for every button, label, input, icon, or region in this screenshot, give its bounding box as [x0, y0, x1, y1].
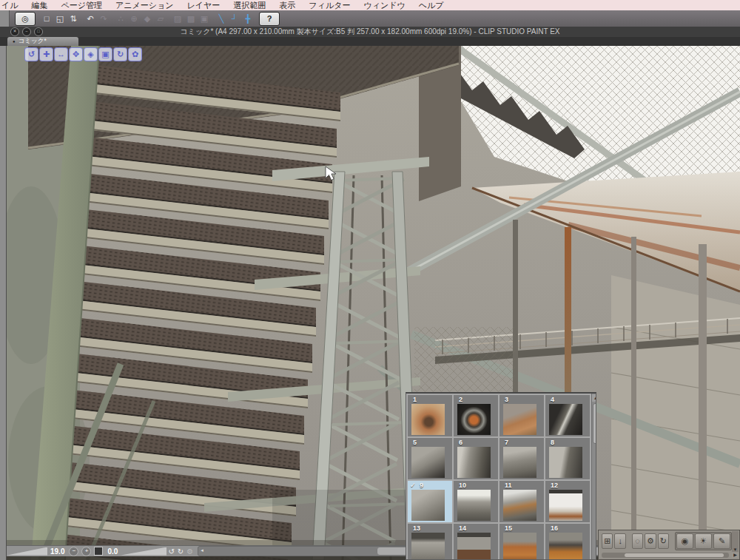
camera-orbit-icon[interactable]: ↺	[24, 47, 38, 61]
material-edit-icon[interactable]: ✎	[713, 533, 730, 549]
open-file-icon[interactable]: ◱	[54, 13, 66, 24]
document-title-bar: コミック* (A4 297.00 x 210.00mm 製本サイズ:B5 判 2…	[0, 27, 740, 38]
zoom-value: 19.0	[47, 547, 67, 556]
clip-studio-logo-button[interactable]: ◎	[15, 12, 36, 26]
new-document-icon[interactable]: □	[41, 13, 53, 24]
object-perspective-icon[interactable]: ▣	[98, 47, 112, 61]
3d-object-launcher: ↺ ✚ ↔ ✥ ◈ ▣ ↻ ✿	[24, 47, 142, 61]
snap-to-grid-icon[interactable]: ╋	[242, 13, 254, 24]
undo-icon[interactable]: ↶	[84, 13, 96, 24]
transform-icon[interactable]: ▱	[155, 13, 166, 24]
collapsed-palette-strip[interactable]	[0, 27, 7, 560]
tab-label: コミック*	[18, 37, 47, 46]
angle-preview	[457, 447, 491, 478]
angle-thumbnail-16[interactable]: 16	[545, 524, 590, 560]
menu-file[interactable]: イル	[0, 1, 25, 10]
light-icon[interactable]: ☀	[695, 533, 712, 549]
angle-thumbnail-1[interactable]: 1	[408, 395, 452, 436]
redo-icon[interactable]: ↷	[98, 13, 110, 24]
scrollbar-thumb[interactable]	[593, 403, 596, 444]
rotate-ccw-icon[interactable]: ↺	[168, 547, 174, 556]
selection-b-icon[interactable]: ▩	[185, 13, 197, 24]
angle-thumbnail-9-selected[interactable]: ✓9	[408, 481, 452, 522]
select-parts-icon[interactable]: ◌	[632, 533, 643, 549]
angle-preview	[457, 404, 491, 435]
rotate-reset-icon[interactable]: ↻	[658, 533, 669, 549]
render-mode-group: ◉ ☀ ✎	[675, 532, 732, 550]
menu-selection[interactable]: 選択範囲	[226, 1, 272, 10]
selection-c-icon[interactable]: ▣	[198, 13, 210, 24]
angle-thumbnail-5[interactable]: 5	[408, 438, 452, 479]
zoom-in-icon[interactable]: +	[81, 547, 91, 556]
zoom-slider[interactable]	[7, 547, 47, 556]
menu-help[interactable]: ヘルプ	[412, 1, 451, 10]
angle-thumbnail-7[interactable]: 7	[500, 438, 544, 479]
selection-a-icon[interactable]: ▨	[172, 13, 184, 24]
fit-view-icon[interactable]: ⊞	[602, 533, 613, 549]
document-title: コミック* (A4 297.00 x 210.00mm 製本サイズ:B5 判 2…	[0, 27, 740, 37]
scroll-down-icon[interactable]: ▼	[732, 547, 739, 552]
snap-to-special-ruler-icon[interactable]: ┘	[229, 13, 240, 24]
object-settings-icon[interactable]: ✿	[128, 47, 142, 61]
menu-window[interactable]: ウィンドウ	[357, 1, 411, 10]
scroll-up-icon[interactable]: ▲	[592, 394, 596, 402]
angle-thumbnail-11[interactable]: 11	[500, 481, 544, 522]
camera-pan-icon[interactable]: ✚	[39, 47, 53, 61]
angle-thumbnail-3[interactable]: 3	[500, 395, 544, 436]
canvas-tab-bar: ● コミック*	[0, 37, 740, 46]
angle-thumbnail-14[interactable]: 14	[454, 524, 498, 560]
3d-staircase-render	[6, 46, 740, 560]
tab-comic[interactable]: ● コミック*	[7, 37, 78, 46]
clip-studio-paint-window: { "menu": { "items": [ {"label": "イル"}, …	[0, 0, 740, 560]
texture-icon[interactable]: ◉	[676, 533, 693, 549]
scrollbar-thumb[interactable]	[625, 553, 724, 557]
angle-thumbnail-10[interactable]: 10	[454, 481, 498, 522]
fill-icon[interactable]: ◆	[141, 13, 153, 24]
menu-view[interactable]: 表示	[272, 1, 302, 10]
panel-vertical-scrollbar[interactable]: ▲	[591, 394, 596, 559]
drop-to-ground-icon[interactable]: ↓	[614, 533, 625, 549]
camera-dolly-icon[interactable]: ↔	[54, 47, 68, 61]
angle-preview	[549, 447, 582, 478]
zoom-out-icon[interactable]: −	[69, 547, 78, 556]
angle-thumbnail-13[interactable]: 13	[408, 524, 452, 560]
angle-thumbnail-15[interactable]: 15	[500, 524, 544, 560]
angle-preview	[503, 404, 536, 435]
menu-animation[interactable]: アニメーション	[109, 1, 181, 10]
scroll-right-icon[interactable]: ▶	[732, 553, 739, 558]
angle-preview	[503, 490, 536, 521]
menu-edit[interactable]: 編集	[25, 1, 55, 10]
fit-screen-icon[interactable]	[94, 547, 103, 556]
canvas-3d-scene[interactable]	[6, 46, 740, 560]
rotate-cw-icon[interactable]: ↻	[178, 547, 184, 556]
move-icon[interactable]: ⊕	[128, 13, 140, 24]
angle-preview	[457, 490, 491, 521]
help-button[interactable]: ?	[259, 12, 280, 26]
menu-page[interactable]: ページ管理	[55, 1, 110, 10]
panel-horizontal-scrollbar[interactable]	[602, 553, 729, 558]
snap-to-ruler-icon[interactable]: ╲	[215, 13, 227, 24]
menu-layer[interactable]: レイヤー	[181, 1, 227, 10]
dock-edge	[0, 10, 10, 27]
angle-thumbnail-6[interactable]: 6	[454, 438, 498, 479]
scroll-left-icon[interactable]: ◂	[198, 547, 206, 554]
rotation-value: 0.0	[104, 547, 121, 556]
object-move-icon[interactable]: ✥	[69, 47, 83, 61]
angle-preview	[411, 447, 445, 478]
angle-thumbnail-8[interactable]: 8	[545, 438, 590, 479]
object-roll-icon[interactable]: ↻	[113, 47, 127, 61]
angle-thumbnail-2[interactable]: 2	[454, 395, 498, 436]
angle-preview	[411, 490, 445, 521]
angle-preview	[457, 533, 491, 560]
object-config-icon[interactable]: ⚙	[645, 533, 656, 549]
reset-view-icon[interactable]: ⚙	[186, 547, 193, 556]
angle-thumbnail-4[interactable]: 4	[545, 395, 590, 436]
panel-vertical-scrollbar[interactable]: ▼	[732, 531, 739, 552]
erase-icon[interactable]: ∴	[115, 13, 127, 24]
object-rotate-icon[interactable]: ◈	[84, 47, 98, 61]
angle-thumbnail-12[interactable]: 12	[545, 481, 590, 522]
page-navigation-icon[interactable]: ⇅	[67, 13, 79, 24]
angle-preview	[411, 404, 445, 435]
menu-filter[interactable]: フィルター	[302, 1, 357, 10]
rotation-slider[interactable]	[121, 547, 166, 556]
